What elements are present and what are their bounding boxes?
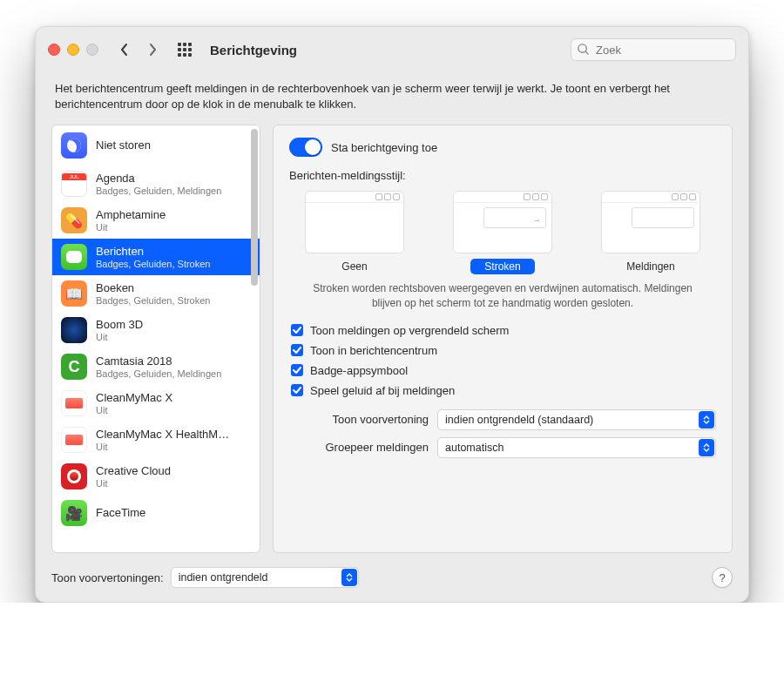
footer: Toon voorvertoningen: indien ontgrendeld… bbox=[51, 567, 733, 588]
alert-style-alerts-preview bbox=[601, 191, 700, 253]
alert-style-banners[interactable]: → Stroken bbox=[453, 191, 552, 274]
checkbox-lock-screen-label: Toon meldingen op vergrendeld scherm bbox=[310, 324, 509, 337]
footer-previews-select[interactable]: indien ontgrendeld bbox=[171, 567, 359, 588]
sidebar-item-boom3d[interactable]: Boom 3D Uit bbox=[52, 312, 260, 348]
zoom-window-button[interactable] bbox=[86, 44, 98, 56]
chevron-right-icon bbox=[147, 43, 158, 57]
messages-icon bbox=[61, 244, 87, 270]
checkbox-sound-label: Speel geluid af bij meldingen bbox=[310, 384, 455, 397]
moon-icon bbox=[61, 132, 87, 159]
grid-icon bbox=[178, 43, 192, 57]
sidebar-item-label: Boeken bbox=[96, 282, 210, 295]
sidebar-item-berichten[interactable]: Berichten Badges, Geluiden, Stroken bbox=[52, 239, 260, 275]
content-body: Het berichtencentrum geeft meldingen in … bbox=[36, 72, 748, 602]
checkbox-notification-center-label: Toon in berichtencentrum bbox=[310, 344, 437, 357]
intro-text: Het berichtencentrum geeft meldingen in … bbox=[55, 81, 729, 112]
alert-style-alerts[interactable]: Meldingen bbox=[601, 191, 700, 274]
check-icon bbox=[293, 346, 301, 354]
sidebar-item-sub: Badges, Geluiden, Meldingen bbox=[96, 368, 221, 380]
sidebar-item-camtasia[interactable]: C Camtasia 2018 Badges, Geluiden, Meldin… bbox=[52, 348, 260, 385]
updown-icon bbox=[341, 569, 357, 586]
sidebar-item-agenda[interactable]: JUL 17 Agenda Badges, Geluiden, Meldinge… bbox=[52, 165, 260, 202]
sidebar-item-sub: Uit bbox=[96, 442, 229, 453]
sidebar-item-sub: Uit bbox=[96, 478, 171, 489]
preferences-window: Berichtgeving Het berichtencentrum geeft… bbox=[35, 26, 749, 603]
sidebar-item-sub: Uit bbox=[96, 405, 172, 416]
sidebar-item-sub: Uit bbox=[96, 222, 166, 233]
checkbox-notification-center[interactable]: Toon in berichtencentrum bbox=[291, 344, 716, 357]
sidebar-item-boeken[interactable]: 📖 Boeken Badges, Geluiden, Stroken bbox=[52, 275, 260, 312]
alert-style-none[interactable]: Geen bbox=[305, 191, 404, 274]
books-icon: 📖 bbox=[61, 280, 87, 307]
nav-buttons bbox=[112, 38, 165, 61]
creative-cloud-icon bbox=[61, 463, 87, 489]
calendar-icon: JUL 17 bbox=[61, 171, 87, 197]
sidebar-item-creative-cloud[interactable]: Creative Cloud Uit bbox=[52, 458, 260, 495]
check-icon bbox=[293, 386, 301, 395]
sidebar-item-label: CleanMyMac X HealthM… bbox=[96, 429, 229, 442]
close-window-button[interactable] bbox=[48, 44, 60, 56]
sidebar-item-label: Camtasia 2018 bbox=[96, 355, 221, 368]
help-button[interactable]: ? bbox=[712, 567, 733, 588]
show-preview-select[interactable]: indien ontgrendeld (standaard) bbox=[437, 409, 716, 430]
back-button[interactable] bbox=[112, 38, 137, 61]
alert-style-none-preview bbox=[305, 191, 404, 253]
forward-button[interactable] bbox=[140, 38, 165, 61]
toolbar: Berichtgeving bbox=[36, 27, 748, 72]
checkbox-badge[interactable]: Badge-appsymbool bbox=[291, 364, 716, 377]
footer-previews-value: indien ontgrendeld bbox=[179, 571, 268, 584]
group-notifications-value: automatisch bbox=[445, 442, 504, 454]
sidebar-item-label: Niet storen bbox=[96, 139, 151, 152]
sidebar-item-label: Creative Cloud bbox=[96, 465, 171, 478]
updown-icon bbox=[699, 439, 714, 456]
scrollbar-thumb[interactable] bbox=[251, 129, 258, 286]
show-preview-value: indien ontgrendeld (standaard) bbox=[445, 414, 593, 426]
alert-style-none-label: Geen bbox=[328, 259, 381, 274]
alert-style-banners-label: Stroken bbox=[470, 259, 534, 274]
alert-style-description: Stroken worden rechtsboven weergegeven e… bbox=[307, 281, 699, 309]
sidebar-item-label: Berichten bbox=[96, 246, 210, 259]
sidebar-item-cleanmymac[interactable]: CleanMyMac X Uit bbox=[52, 385, 260, 422]
sidebar-item-cleanmymac-healthmonitor[interactable]: CleanMyMac X HealthM… Uit bbox=[52, 422, 260, 458]
alert-style-heading: Berichten-meldingsstijl: bbox=[289, 169, 716, 182]
detail-panel: Sta berichtgeving toe Berichten-meldings… bbox=[273, 125, 733, 553]
search-input[interactable] bbox=[571, 38, 736, 61]
checkbox-sound[interactable]: Speel geluid af bij meldingen bbox=[291, 384, 716, 397]
group-notifications-select[interactable]: automatisch bbox=[437, 437, 716, 458]
show-all-button[interactable] bbox=[173, 38, 196, 61]
minimize-window-button[interactable] bbox=[67, 44, 79, 56]
footer-previews-label: Toon voorvertoningen: bbox=[51, 571, 164, 584]
allow-notifications-toggle[interactable] bbox=[289, 138, 322, 157]
app-list[interactable]: Niet storen JUL 17 Agenda Badges, Geluid… bbox=[51, 125, 260, 553]
sidebar-item-sub: Badges, Geluiden, Stroken bbox=[96, 295, 210, 307]
cleanmymac-hm-icon bbox=[61, 427, 87, 453]
search-field-wrapper bbox=[571, 38, 736, 61]
svg-line-1 bbox=[585, 51, 588, 54]
checkbox-lock-screen[interactable]: Toon meldingen op vergrendeld scherm bbox=[291, 324, 716, 337]
sidebar-item-sub: Uit bbox=[96, 332, 143, 343]
group-notifications-label: Groepeer meldingen bbox=[289, 441, 429, 454]
show-preview-label: Toon voorvertoning bbox=[289, 413, 429, 426]
facetime-icon: 🎥 bbox=[61, 500, 87, 526]
pill-icon: 💊 bbox=[61, 207, 87, 233]
sidebar-item-sub: Badges, Geluiden, Stroken bbox=[96, 259, 210, 270]
sidebar-item-facetime[interactable]: 🎥 FaceTime bbox=[52, 495, 260, 531]
sidebar-item-sub: Badges, Geluiden, Meldingen bbox=[96, 186, 221, 197]
scrollbar[interactable] bbox=[251, 129, 258, 549]
sidebar-item-label: CleanMyMac X bbox=[96, 392, 172, 405]
check-icon bbox=[293, 326, 301, 334]
sidebar-item-label: Amphetamine bbox=[96, 209, 166, 222]
chevron-left-icon bbox=[119, 43, 130, 57]
check-icon bbox=[293, 366, 301, 375]
window-controls bbox=[48, 44, 98, 56]
alert-style-banners-preview: → bbox=[453, 191, 552, 253]
alert-style-alerts-label: Meldingen bbox=[612, 259, 688, 274]
sidebar-item-amphetamine[interactable]: 💊 Amphetamine Uit bbox=[52, 202, 260, 239]
boom3d-icon bbox=[61, 317, 87, 343]
cleanmymac-icon bbox=[61, 390, 87, 416]
sidebar-item-label: FaceTime bbox=[96, 507, 145, 520]
search-icon bbox=[577, 43, 590, 56]
sidebar-item-do-not-disturb[interactable]: Niet storen bbox=[52, 125, 260, 165]
sidebar-item-label: Agenda bbox=[96, 172, 221, 186]
updown-icon bbox=[699, 411, 714, 429]
